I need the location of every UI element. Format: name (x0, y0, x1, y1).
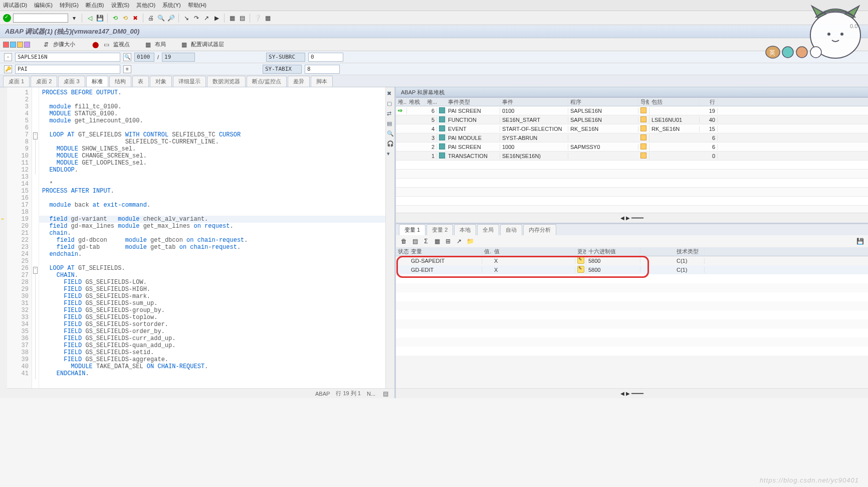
tab-desktop2[interactable]: 桌面 2 (31, 76, 57, 87)
step-out-button[interactable] (17, 42, 23, 48)
step-into-icon[interactable]: ↘ (182, 14, 190, 22)
tab-standard[interactable]: 标准 (86, 76, 108, 87)
source-icon[interactable]: ▤ (387, 120, 394, 127)
tree-icon[interactable]: ⊞ (444, 237, 452, 245)
config-label: 配置调试器层 (191, 41, 224, 48)
stack-row[interactable]: 3PAI MODULESYST-ABRUN6 (396, 133, 868, 142)
dropdown-pane-icon[interactable]: ▾ (387, 150, 394, 157)
tab-mem[interactable]: 内存分析 (523, 224, 556, 235)
back2-icon[interactable]: ⟲ (111, 14, 119, 22)
command-field[interactable] (13, 14, 68, 23)
tab-script[interactable]: 脚本 (311, 76, 333, 87)
hdr-name: 变量 (409, 248, 482, 255)
tab-var1[interactable]: 变量 1 (399, 224, 425, 235)
var-row[interactable]: GD-SAPEDITX5800C(1) (396, 256, 868, 265)
breakpoint-column[interactable]: ➡ (0, 87, 7, 388)
step-into-button[interactable] (3, 42, 9, 48)
step-out-icon[interactable]: ↗ (202, 14, 210, 22)
step-over-button[interactable] (10, 42, 16, 48)
detail-icon[interactable]: ▤ (411, 237, 419, 245)
find-pane-icon[interactable]: 🔍 (387, 130, 394, 137)
enter-icon[interactable] (3, 14, 11, 22)
config-icon[interactable]: ▦ (180, 41, 188, 49)
menu-other[interactable]: 其他(O) (136, 2, 155, 9)
step-over-icon[interactable]: ↷ (192, 14, 200, 22)
status-more-icon[interactable]: ▤ (381, 390, 389, 398)
tab-desktop3[interactable]: 桌面 3 (58, 76, 85, 87)
tab-global[interactable]: 全局 (477, 224, 499, 235)
menu-settings[interactable]: 设置(S) (111, 2, 130, 9)
watchpoint-icon[interactable]: ▭ (102, 41, 110, 49)
stack-row[interactable]: 4EVENTSTART-OF-SELECTIONRK_SE16NRK_SE16N… (396, 124, 868, 133)
fullscreen-icon[interactable]: ▢ (387, 100, 394, 107)
hdr-event: 事件 (500, 98, 568, 106)
swap-icon[interactable]: ⇄ (387, 110, 394, 117)
save-var-icon[interactable]: 💾 (856, 237, 864, 245)
separator (143, 14, 143, 23)
save-icon[interactable]: 💾 (96, 14, 104, 22)
edit-icon[interactable] (577, 257, 584, 264)
layout1-icon[interactable]: ▦ (228, 14, 236, 22)
stack-scroll[interactable]: ◀ ▶ ━━━━ (396, 213, 868, 223)
customize-icon[interactable]: ▦ (264, 14, 272, 22)
stack-row[interactable]: 2PAI SCREEN1000SAPMSSY06 (396, 142, 868, 151)
main-split: ➡ 12345678910111213141516171819202122232… (0, 87, 868, 398)
folder-icon[interactable]: 📁 (466, 237, 474, 245)
export-icon[interactable]: ↗ (455, 237, 463, 245)
layout-icon[interactable]: ▦ (144, 41, 152, 49)
menu-debugger[interactable]: 调试器(D) (3, 2, 27, 9)
sy-subrc-value: 0 (308, 53, 343, 62)
code-lines[interactable]: PROCESS BEFORE OUTPUT. module fill_tc_01… (39, 87, 394, 388)
layout2-icon[interactable]: ▤ (238, 14, 246, 22)
tab-local[interactable]: 本地 (454, 224, 476, 235)
menu-breakpoint[interactable]: 断点(B) (86, 2, 104, 9)
continue-button[interactable] (24, 42, 30, 48)
back-icon[interactable]: ◁ (86, 14, 94, 22)
tab-detail[interactable]: 详细显示 (173, 76, 206, 87)
exit-icon[interactable]: ⟲ (121, 14, 129, 22)
stack-row[interactable]: 5FUNCTIONSE16N_STARTSAPLSE16NLSE16NU0140 (396, 115, 868, 124)
find-icon[interactable]: 🔍 (157, 14, 165, 22)
tab-browser[interactable]: 数据浏览器 (207, 76, 246, 87)
table-icon[interactable]: ▦ (433, 237, 441, 245)
events-icon[interactable]: ≡ (123, 65, 131, 73)
close-pane-icon[interactable]: ✖ (387, 90, 394, 97)
step-size-icon[interactable]: ⇵ (42, 41, 50, 49)
tab-diff[interactable]: 差异 (288, 76, 310, 87)
screen-field: 0100 (134, 53, 154, 62)
sum-icon[interactable]: Σ (422, 237, 430, 245)
tab-table[interactable]: 表 (132, 76, 149, 87)
var-scroll[interactable]: ◀ ▶ ━━━━ (396, 388, 868, 398)
tab-desktop1[interactable]: 桌面 1 (3, 76, 30, 87)
pai-icon[interactable]: 🔑 (4, 65, 12, 73)
edit-icon[interactable] (577, 266, 584, 273)
menu-edit[interactable]: 编辑(E) (34, 2, 53, 9)
status-mode: N... (367, 391, 375, 397)
line-total-field: 19 (162, 53, 195, 62)
pai-field[interactable]: PAI (15, 65, 120, 74)
tab-auto[interactable]: 自动 (500, 224, 522, 235)
tab-struct[interactable]: 结构 (109, 76, 131, 87)
var-row[interactable]: GD-EDITX5800C(1) (396, 265, 868, 274)
menu-system[interactable]: 系统(Y) (162, 2, 181, 9)
tab-object[interactable]: 对象 (150, 76, 172, 87)
stop-icon[interactable]: ⬤ (91, 41, 99, 49)
menu-goto[interactable]: 转到(G) (60, 2, 79, 9)
tab-bpwp[interactable]: 断点/监控点 (247, 76, 287, 87)
layout-label: 布局 (155, 41, 166, 48)
tab-var2[interactable]: 变量 2 (426, 224, 453, 235)
print-icon[interactable]: 🖨 (147, 14, 155, 22)
stack-row[interactable]: 1TRANSACTIONSE16N(SE16N)0 (396, 151, 868, 160)
menu-help[interactable]: 帮助(H) (188, 2, 206, 9)
dropdown-icon[interactable]: ▾ (70, 14, 78, 22)
headphone-icon[interactable]: 🎧 (387, 140, 394, 147)
program-icon[interactable]: ▫ (4, 53, 12, 61)
help-icon[interactable]: ❔ (254, 14, 262, 22)
delete-icon[interactable]: 🗑 (400, 237, 408, 245)
program-field[interactable]: SAPLSE16N (15, 53, 120, 62)
continue-icon[interactable]: ▶ (212, 14, 221, 22)
stack-row[interactable]: ⇨6PAI SCREEN0100SAPLSE16N19 (396, 106, 868, 115)
cancel-icon[interactable]: ✖ (131, 14, 139, 22)
screen-lookup-icon[interactable]: 🔍 (123, 53, 131, 61)
find-next-icon[interactable]: 🔎 (167, 14, 175, 22)
